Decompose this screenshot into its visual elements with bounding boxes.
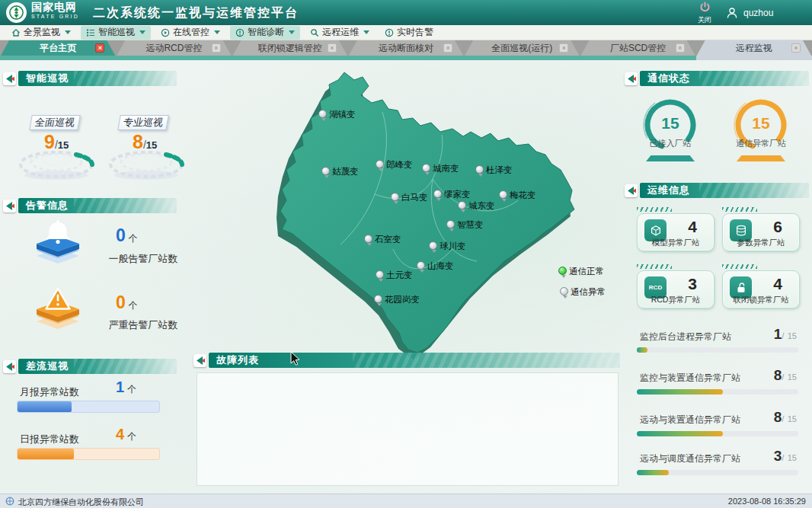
gray-pin-icon	[560, 287, 568, 296]
progress-bar	[637, 431, 798, 436]
section-title: 运维信息	[647, 184, 690, 196]
alarm-icon	[385, 28, 394, 37]
menu-item-remote-ops[interactable]: 远程运维	[305, 26, 375, 40]
pin-icon	[364, 235, 372, 243]
progress-bar	[637, 347, 798, 353]
map-station-pin[interactable]: 梅花变	[499, 190, 536, 201]
map-station-pin[interactable]: 花园岗变	[374, 295, 420, 305]
menu-item-online-control[interactable]: 在线管控	[155, 26, 225, 40]
tab-full-patrol-running[interactable]: 全面巡视(运行)×	[465, 40, 579, 56]
alert-circle-icon	[235, 28, 245, 37]
region-map	[268, 65, 596, 366]
close-icon[interactable]: ×	[328, 43, 337, 53]
spiral-gauge	[107, 137, 186, 181]
station-label: 缪家变	[444, 189, 471, 200]
menu-item-smart-patrol[interactable]: 智能巡视	[81, 26, 151, 40]
user-icon	[725, 6, 739, 20]
diff-monthly-bar	[17, 401, 160, 413]
page-title: 二次系统统一监视与运维管控平台	[93, 0, 299, 25]
tab-remote-section-check[interactable]: 远动断面核对×	[349, 40, 463, 56]
pin-icon	[417, 261, 425, 270]
pin-icon	[391, 193, 399, 201]
brand-text: 国家电网 STATE GRID	[31, 2, 79, 19]
company-name: 北京四方继保自动化股份有限公司	[18, 497, 144, 508]
close-icon[interactable]: ×	[791, 43, 801, 53]
section-fault-list: 故障列表	[193, 353, 620, 368]
close-icon[interactable]: ×	[212, 43, 221, 53]
station-label: 智慧变	[457, 219, 484, 231]
pin-icon	[374, 295, 382, 303]
pin-icon	[429, 241, 437, 250]
station-label: 城东变	[468, 200, 495, 212]
tab-underline	[0, 56, 696, 60]
power-icon	[699, 2, 711, 13]
fault-list-panel	[197, 372, 619, 486]
close-icon[interactable]: ×	[676, 43, 685, 53]
map-station-pin[interactable]: 姑蔑变	[321, 167, 359, 177]
state-grid-emblem-icon	[8, 5, 24, 21]
map-station-pin[interactable]: 城东变	[458, 201, 495, 212]
top-header: 国家电网 STATE GRID 二次系统统一监视与运维管控平台 关闭 quzho…	[0, 0, 812, 25]
pin-icon	[422, 164, 430, 172]
section-arrow-icon	[625, 184, 638, 197]
close-icon[interactable]: ×	[443, 43, 452, 53]
station-label: 花园岗变	[385, 294, 420, 305]
section-title: 差流巡视	[26, 360, 69, 372]
progress-value: 8/ 15	[716, 367, 797, 384]
progress-bar	[637, 389, 798, 395]
station-label: 山海变	[427, 260, 454, 272]
menu-item-panorama[interactable]: 全景监视	[6, 26, 76, 40]
spiral-gauge	[17, 137, 96, 181]
map-station-pin[interactable]: 郎峰变	[376, 160, 413, 171]
map-station-pin[interactable]: 土元变	[376, 270, 413, 281]
section-arrow-icon	[3, 360, 16, 373]
map-station-pin[interactable]: 城南变	[422, 164, 459, 174]
station-label: 梅花变	[510, 190, 536, 201]
tab-interlock-logic[interactable]: 联闭锁逻辑管控×	[233, 40, 347, 56]
map-station-pin[interactable]: 湖镇变	[318, 110, 356, 120]
tab-underline-alt	[696, 56, 812, 60]
user-menu[interactable]: quzhou	[725, 0, 773, 25]
close-icon[interactable]: ×	[95, 43, 104, 53]
progress-bar	[637, 470, 798, 475]
card-rcd-abnormal[interactable]: RCD 3 RCD异常厂站	[637, 270, 714, 308]
card-interlock-abnormal[interactable]: 4 联闭锁异常厂站	[722, 270, 800, 308]
map-station-pin[interactable]: 石室变	[364, 235, 401, 245]
card-params-abnormal[interactable]: 6 参数异常厂站	[722, 213, 800, 251]
diff-monthly-label: 月报异常站数	[20, 385, 79, 399]
pin-icon	[446, 220, 455, 228]
close-icon[interactable]: ×	[559, 43, 568, 53]
section-comm-status: 通信状态	[625, 71, 809, 86]
menu-item-realtime-alarm[interactable]: 实时告警	[379, 26, 439, 40]
section-title: 故障列表	[216, 354, 259, 366]
map-station-pin[interactable]: 缪家变	[433, 190, 471, 200]
tab-remote-rcd[interactable]: 远动RCD管控×	[117, 40, 231, 56]
menu-item-smart-diagnosis[interactable]: 智能诊断	[230, 26, 300, 40]
legend-comm-abnormal: 通信异常	[560, 287, 606, 298]
section-arrow-icon	[625, 72, 638, 85]
station-label: 湖镇变	[329, 109, 356, 120]
tab-station-scd[interactable]: 厂站SCD管控×	[580, 40, 695, 56]
section-title: 智能巡视	[26, 72, 69, 84]
section-smart-patrol: 智能巡视	[3, 71, 177, 86]
map-station-pin[interactable]: 杜泽变	[475, 165, 513, 176]
card-model-abnormal[interactable]: 4 模型异常厂站	[637, 213, 714, 251]
map-station-pin[interactable]: 山海变	[417, 261, 454, 272]
pin-icon	[458, 201, 466, 209]
search-icon	[310, 28, 319, 37]
map-station-pin[interactable]: 白马变	[391, 193, 428, 203]
tab-remote-monitor[interactable]: 远程监视×	[697, 40, 811, 56]
diff-daily-bar	[17, 448, 160, 460]
pin-icon	[321, 167, 330, 175]
pin-icon	[318, 110, 327, 118]
station-label: 郎峰变	[386, 159, 413, 171]
close-system-button[interactable]: 关闭	[692, 2, 718, 25]
map-station-pin[interactable]: 球川变	[429, 241, 466, 252]
section-title: 通信状态	[647, 72, 690, 84]
diff-daily-label: 日报异常站数	[20, 433, 79, 446]
username: quzhou	[743, 8, 773, 18]
pin-icon	[376, 270, 384, 279]
close-label: 关闭	[692, 15, 718, 25]
tab-platform-home[interactable]: 平台主页×	[1, 40, 115, 56]
map-station-pin[interactable]: 智慧变	[446, 220, 484, 231]
